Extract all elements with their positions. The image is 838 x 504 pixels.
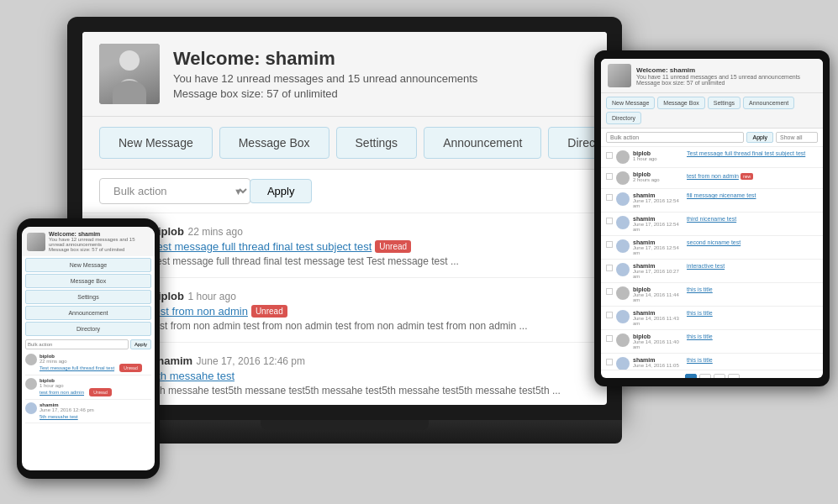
tablet-bulk-select[interactable] [606, 132, 744, 143]
msg-subject-link[interactable]: Test message full thread final test subj… [151, 240, 372, 253]
tablet-pagination: 1 2 3 > [601, 370, 823, 378]
bulk-apply-button[interactable]: Apply [250, 179, 313, 203]
phone-bulk-select[interactable] [25, 339, 129, 349]
avatar [616, 310, 630, 323]
row-checkbox[interactable] [606, 335, 613, 342]
table-row: shamimJune 17, 2016 12:54 am fill messag… [601, 189, 823, 213]
avatar [25, 402, 37, 414]
msg-subject-link[interactable]: Test message full thread final test [40, 365, 114, 370]
phone-nav-settings[interactable]: Settings [25, 290, 151, 304]
msg-preview: 5th messahe test5th messane test5th mess… [151, 385, 590, 396]
msg-subject-link[interactable]: 5th messahe test [151, 370, 235, 382]
page-next-button[interactable]: > [728, 374, 740, 378]
table-row: biplob 22 mins ago Test message full thr… [82, 213, 607, 278]
table-row: shamim June 17, 2016 12:46 pm 5th messah… [82, 343, 607, 405]
phone-avatar [27, 233, 45, 251]
tablet-nav-new-message[interactable]: New Message [606, 97, 655, 109]
msg-subject-link[interactable]: test from non admin [687, 173, 739, 179]
unread-badge: Unread [375, 240, 411, 253]
table-row: biplobJune 14, 2016 11:44 am this is tit… [601, 283, 823, 307]
table-row: biplobJune 14, 2016 11:40 am this is tit… [601, 330, 823, 354]
row-checkbox[interactable] [606, 173, 613, 180]
avatar [616, 286, 630, 300]
laptop-screen: Welcome: shamim You have 12 unread messa… [82, 32, 607, 405]
table-row: shamimJune 17, 2016 12:54 am third nicen… [601, 213, 823, 236]
unread-badge: Unread [119, 364, 141, 372]
list-item: shamim June 17, 2016 12:46 pm 5th messah… [25, 400, 151, 423]
msg-subject-link[interactable]: 5th messahe test [40, 414, 78, 419]
tablet-welcome-title: Welcome: shamim [636, 66, 800, 74]
tablet-nav: New Message Message Box Settings Announc… [601, 93, 823, 129]
tablet-nav-directory[interactable]: Directory [606, 112, 641, 124]
unread-badge: new [740, 173, 753, 180]
tablet-screen: Welcome: shamim You have 11 unread messa… [601, 59, 823, 378]
row-checkbox[interactable] [606, 241, 613, 248]
row-checkbox[interactable] [606, 194, 613, 201]
page-1-button[interactable]: 1 [685, 374, 697, 378]
laptop-nav-settings[interactable]: Settings [336, 127, 418, 159]
row-checkbox[interactable] [606, 218, 613, 224]
table-row: shamimJune 17, 2016 12:54 am second nicn… [601, 236, 823, 260]
avatar [616, 333, 630, 347]
avatar [25, 378, 37, 390]
laptop-messages-list: biplob 22 mins ago Test message full thr… [82, 213, 607, 405]
avatar [616, 357, 630, 370]
tablet-show-select[interactable] [776, 132, 818, 143]
page-3-button[interactable]: 3 [714, 374, 725, 378]
phone-screen: Welcome: shamim You have 12 unread messa… [22, 227, 155, 470]
laptop-stand [261, 420, 429, 430]
laptop-bulk-bar: Bulk action ▼ Apply [82, 170, 607, 213]
msg-subject-link[interactable]: test from non admin [40, 390, 84, 395]
laptop-nav-new-message[interactable]: New Message [99, 127, 213, 159]
phone-nav-announcement[interactable]: Announcement [25, 306, 151, 320]
laptop-nav-message-box[interactable]: Message Box [219, 127, 329, 159]
msg-time: June 17, 2016 12:46 pm [40, 407, 94, 412]
unread-badge: Unread [251, 305, 287, 318]
laptop-welcome-title: Welcome: shamim [173, 48, 477, 70]
msg-subject-link[interactable]: this is title [687, 286, 713, 292]
msg-subject-link[interactable]: Test message full thread final test subj… [687, 150, 805, 156]
avatar [616, 150, 630, 164]
phone-device: Welcome: shamim You have 12 unread messa… [17, 218, 160, 479]
phone-nav-message-box[interactable]: Message Box [25, 274, 151, 288]
list-item: biplob 1 hour ago test from non admin Un… [25, 375, 151, 400]
phone-nav-directory[interactable]: Directory [25, 322, 151, 336]
table-row: shamimJune 14, 2016 11:05 am this is tit… [601, 354, 823, 370]
page-2-button[interactable]: 2 [699, 374, 711, 378]
tablet-bulk-bar: Apply [601, 129, 823, 147]
tablet-messages-list: biplob1 hour ago Test message full threa… [601, 147, 823, 370]
msg-subject-link[interactable]: this is title [687, 333, 713, 339]
laptop-header: Welcome: shamim You have 12 unread messa… [82, 32, 607, 117]
tablet-apply-button[interactable]: Apply [746, 132, 773, 143]
phone-welcome-sub2: Message box size: 57 of unlimited [49, 247, 150, 252]
row-checkbox[interactable] [606, 288, 613, 295]
tablet-nav-settings[interactable]: Settings [708, 97, 740, 109]
msg-subject-link[interactable]: test from non admin [151, 305, 248, 318]
tablet-header: Welcome: shamim You have 11 unread messa… [601, 59, 823, 93]
tablet-nav-announcement[interactable]: Announcement [743, 97, 794, 109]
laptop-nav: New Message Message Box Settings Announc… [82, 117, 607, 170]
msg-subject-link[interactable]: interactive test [687, 263, 725, 269]
phone-apply-button[interactable]: Apply [130, 339, 151, 349]
tablet-welcome-sub1: You have 11 unread messages and 15 unrea… [636, 74, 800, 80]
phone-welcome-title: Welcome: shamim [49, 231, 150, 237]
laptop-welcome-sub1: You have 12 unread messages and 15 unrea… [173, 72, 477, 85]
msg-subject-link[interactable]: third nicename test [687, 216, 736, 222]
msg-subject-link[interactable]: this is title [687, 310, 713, 316]
laptop-user-avatar [99, 44, 160, 104]
msg-subject-link[interactable]: second nicname test [687, 239, 740, 245]
unread-badge: Unread [89, 388, 111, 396]
msg-subject-link[interactable]: fill message nicename test [687, 192, 756, 198]
row-checkbox[interactable] [606, 152, 613, 159]
msg-subject-link[interactable]: this is title [687, 357, 713, 363]
laptop-nav-announcement[interactable]: Announcement [424, 127, 541, 159]
phone-nav-new-message[interactable]: New Message [25, 258, 151, 272]
row-checkbox[interactable] [606, 312, 613, 318]
row-checkbox[interactable] [606, 265, 613, 271]
row-checkbox[interactable] [606, 359, 613, 365]
avatar [616, 171, 630, 185]
table-row: biplob 1 hour ago test from non adminUnr… [82, 278, 607, 343]
bulk-action-select[interactable]: Bulk action [99, 178, 250, 204]
tablet-welcome-sub2: Message box size: 57 of unlimited [636, 80, 800, 86]
tablet-nav-message-box[interactable]: Message Box [657, 97, 704, 109]
